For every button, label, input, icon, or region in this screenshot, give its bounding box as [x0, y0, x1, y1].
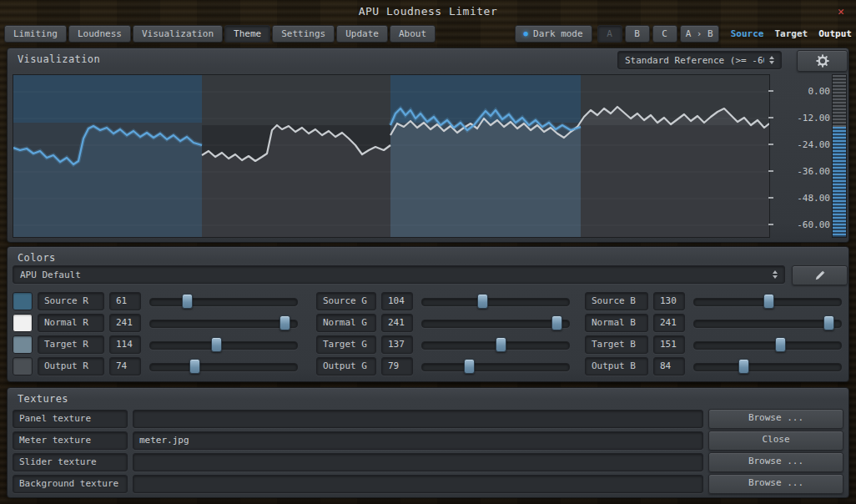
preset-a-b-button[interactable]: A › B	[680, 25, 719, 43]
color-channel-label: Normal R	[38, 314, 104, 332]
texture-label: Background texture	[13, 475, 128, 493]
tick-mark	[768, 224, 773, 225]
color-preset-value: APU Default	[20, 270, 768, 280]
slider-handle[interactable]	[496, 337, 506, 352]
tick-label: -24.00	[797, 139, 830, 150]
scale-tick: -36.00	[768, 165, 830, 177]
signal-toggle-output[interactable]: Output	[818, 28, 852, 39]
slider-handle[interactable]	[211, 337, 222, 352]
color-swatch-normal	[13, 314, 33, 332]
tab-theme[interactable]: Theme	[224, 25, 270, 43]
texture-path-field[interactable]: meter.jpg	[133, 431, 703, 450]
color-value-field[interactable]: 79	[381, 357, 413, 375]
gear-icon	[816, 54, 829, 68]
reference-selector[interactable]: Standard Reference (>= -60)	[617, 51, 782, 69]
meter-inactive-segment	[833, 75, 846, 127]
color-slider[interactable]	[149, 357, 298, 375]
slider-handle[interactable]	[551, 315, 562, 330]
texture-browse-button[interactable]: Browse ...	[708, 452, 843, 472]
color-slider[interactable]	[421, 314, 570, 332]
tab-visualization[interactable]: Visualization	[133, 25, 223, 43]
slider-handle[interactable]	[823, 315, 834, 330]
slider-track	[421, 320, 570, 328]
tick-mark	[768, 90, 773, 92]
slider-handle[interactable]	[775, 337, 786, 352]
color-value-field[interactable]: 241	[109, 314, 141, 332]
waveform-graphic	[13, 75, 769, 237]
dark-mode-dot-icon: ●	[524, 26, 528, 42]
textures-panel: Textures Panel textureBrowse ...Meter te…	[7, 387, 849, 498]
close-button[interactable]: ✕	[833, 5, 848, 18]
color-value-field[interactable]: 241	[381, 314, 413, 332]
color-slider[interactable]	[149, 292, 298, 310]
colors-panel: Colors APU Default Source R61Source G104…	[7, 246, 849, 382]
texture-row-slider-texture: Slider textureBrowse ...	[13, 453, 843, 471]
loudness-meter	[832, 74, 847, 238]
tab-loudness[interactable]: Loudness	[68, 25, 131, 43]
slider-handle[interactable]	[464, 359, 475, 374]
edit-color-preset-button[interactable]	[792, 265, 848, 285]
slider-handle[interactable]	[738, 359, 749, 374]
texture-path-field[interactable]	[133, 475, 703, 493]
slider-handle[interactable]	[477, 294, 488, 309]
color-value-field[interactable]: 74	[109, 357, 141, 375]
color-value-field[interactable]: 130	[653, 292, 685, 310]
color-value-field[interactable]: 84	[653, 357, 685, 375]
tab-limiting[interactable]: Limiting	[4, 25, 67, 43]
texture-close-button[interactable]: Close	[708, 431, 843, 451]
texture-browse-button[interactable]: Browse ...	[708, 474, 843, 494]
slider-track	[149, 363, 298, 371]
spinner-arrows-icon	[769, 56, 774, 64]
tick-label: -36.00	[797, 166, 830, 177]
signal-toggle-target[interactable]: Target	[775, 28, 808, 39]
slider-track	[693, 320, 842, 328]
color-slider[interactable]	[693, 335, 842, 354]
color-channel-label: Target R	[38, 335, 104, 354]
color-value-field[interactable]: 241	[653, 314, 685, 332]
visualization-header: Visualization	[18, 53, 100, 65]
slider-handle[interactable]	[763, 294, 774, 309]
slider-handle[interactable]	[279, 315, 290, 330]
color-channel-label: Normal B	[585, 314, 648, 332]
visualization-settings-button[interactable]	[797, 50, 848, 72]
dark-mode-toggle[interactable]: ● Dark mode	[515, 25, 592, 43]
color-slider[interactable]	[421, 292, 570, 310]
tab-about[interactable]: About	[390, 25, 436, 43]
texture-label: Meter texture	[13, 431, 128, 450]
signal-toggle-source[interactable]: Source	[731, 28, 764, 39]
color-value-field[interactable]: 114	[109, 335, 141, 354]
color-slider[interactable]	[693, 292, 842, 310]
tick-label: -48.00	[797, 193, 830, 204]
color-value-field[interactable]: 151	[653, 335, 685, 354]
slider-track	[693, 341, 842, 350]
color-value-field[interactable]: 61	[109, 292, 141, 310]
texture-browse-button[interactable]: Browse ...	[708, 409, 843, 429]
texture-path-field[interactable]	[133, 453, 703, 471]
color-slider[interactable]	[149, 335, 298, 354]
preset-c-button[interactable]: C	[652, 25, 677, 43]
plugin-window: APU Loudness Limiter ✕ LimitingLoudnessV…	[0, 0, 856, 504]
color-slider[interactable]	[421, 357, 570, 375]
color-channel-label: Output R	[38, 357, 104, 375]
preset-a-button[interactable]: A	[597, 25, 622, 43]
color-swatch-target	[13, 335, 33, 354]
tab-bar: LimitingLoudnessVisualizationThemeSettin…	[4, 24, 852, 43]
slider-track	[421, 298, 570, 306]
window-title: APU Loudness Limiter	[0, 0, 856, 23]
color-value-field[interactable]: 137	[381, 335, 413, 354]
color-slider[interactable]	[421, 335, 570, 354]
slider-handle[interactable]	[182, 294, 193, 309]
slider-handle[interactable]	[189, 359, 200, 374]
tab-settings[interactable]: Settings	[272, 25, 335, 43]
texture-path-field[interactable]	[133, 410, 703, 428]
color-slider[interactable]	[693, 357, 842, 375]
color-slider[interactable]	[693, 314, 842, 332]
preset-b-button[interactable]: B	[625, 25, 650, 43]
color-preset-selector[interactable]: APU Default	[13, 265, 785, 284]
color-channel-label: Output B	[585, 357, 648, 375]
loudness-waveform-display	[13, 74, 770, 238]
tab-update[interactable]: Update	[336, 25, 388, 43]
color-slider[interactable]	[149, 314, 298, 332]
preset-strip: ABCA › B	[597, 25, 719, 43]
color-value-field[interactable]: 104	[381, 292, 413, 310]
